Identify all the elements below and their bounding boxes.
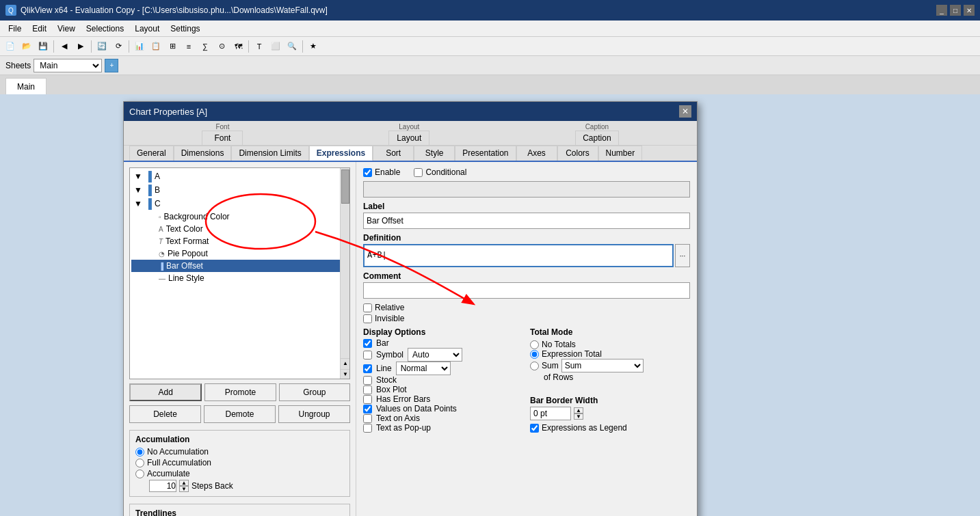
minimize-btn[interactable]: _ <box>936 5 947 16</box>
tb-save[interactable]: 💾 <box>36 39 51 54</box>
tb-pivot[interactable]: ⊞ <box>165 39 180 54</box>
toggle-c[interactable]: ▼ <box>134 199 142 208</box>
tab-expressions[interactable]: Expressions <box>309 146 373 161</box>
bbw-down-btn[interactable]: ▼ <box>574 413 583 420</box>
menu-view[interactable]: View <box>52 23 81 35</box>
expression-total-radio[interactable] <box>530 350 539 359</box>
expr-item-text-color[interactable]: A Text Color <box>131 223 348 235</box>
group-btn[interactable]: Group <box>279 383 350 401</box>
steps-back-input[interactable]: 10 <box>149 480 176 492</box>
delete-btn[interactable]: Delete <box>129 405 201 423</box>
toggle-a[interactable]: ▼ <box>134 172 142 181</box>
tab-general[interactable]: General <box>129 146 174 161</box>
tb-gauge[interactable]: ⊙ <box>214 39 229 54</box>
tb-reload[interactable]: 🔄 <box>94 39 109 54</box>
tb-open[interactable]: 📂 <box>19 39 34 54</box>
tb-stat[interactable]: ∑ <box>198 39 213 54</box>
ungroup-btn[interactable]: Ungroup <box>278 405 350 423</box>
tab-colors[interactable]: Colors <box>557 146 598 161</box>
no-accumulation-radio[interactable] <box>135 448 144 457</box>
tb-list[interactable]: ≡ <box>181 39 196 54</box>
invisible-checkbox[interactable] <box>363 314 372 323</box>
bar-border-width-input[interactable] <box>530 407 571 420</box>
menu-edit[interactable]: Edit <box>27 23 52 35</box>
no-totals-radio[interactable] <box>530 340 539 349</box>
sum-select[interactable]: Sum Avg Min Max <box>561 359 644 372</box>
sheets-add-icon[interactable]: + <box>105 59 118 72</box>
tab-presentation[interactable]: Presentation <box>455 146 516 161</box>
tab-layout[interactable]: Layout <box>388 131 429 145</box>
tb-favorite[interactable]: ★ <box>306 39 321 54</box>
expr-list-scrollbar[interactable]: ▲ ▼ <box>340 168 349 379</box>
add-btn[interactable]: Add <box>129 383 202 401</box>
definition-expand-btn[interactable]: ··· <box>675 244 690 267</box>
expression-list[interactable]: ▼ ▐ A ▼ ▐ B ▼ ▐ <box>129 167 350 379</box>
disp-has-error-bars-checkbox[interactable] <box>363 395 372 404</box>
tab-sort[interactable]: Sort <box>373 146 414 161</box>
tb-partial[interactable]: ⟳ <box>111 39 126 54</box>
bbw-up-btn[interactable]: ▲ <box>574 407 583 413</box>
disp-stock-checkbox[interactable] <box>363 376 372 385</box>
menu-layout[interactable]: Layout <box>129 23 165 35</box>
close-btn[interactable]: ✕ <box>964 5 975 16</box>
disp-box-plot-checkbox[interactable] <box>363 385 372 394</box>
menu-settings[interactable]: Settings <box>165 23 205 35</box>
expr-item-text-format[interactable]: T Text Format <box>131 235 348 247</box>
tb-back[interactable]: ◀ <box>57 39 72 54</box>
disp-symbol-select[interactable]: Auto <box>408 348 462 362</box>
comment-field[interactable] <box>363 282 690 299</box>
expr-item-c[interactable]: ▼ ▐ C <box>131 197 348 211</box>
disp-line-select[interactable]: Normal <box>396 362 451 375</box>
maximize-btn[interactable]: □ <box>950 5 961 16</box>
relative-checkbox[interactable] <box>363 303 372 312</box>
tab-number[interactable]: Number <box>598 146 643 161</box>
expr-item-a[interactable]: ▼ ▐ A <box>131 169 348 183</box>
sum-radio[interactable] <box>530 362 539 370</box>
disp-text-as-popup-checkbox[interactable] <box>363 424 372 433</box>
expr-item-background-color[interactable]: ▫ Background Color <box>131 211 348 223</box>
label-field[interactable] <box>363 213 690 229</box>
tab-main[interactable]: Main <box>5 78 47 94</box>
expr-item-b[interactable]: ▼ ▐ B <box>131 183 348 197</box>
definition-field[interactable] <box>363 244 674 267</box>
disp-values-checkbox[interactable] <box>363 405 372 413</box>
steps-up-btn[interactable]: ▲ <box>179 480 189 486</box>
expressions-as-legend-checkbox[interactable] <box>530 424 539 433</box>
tab-axes[interactable]: Axes <box>516 146 557 161</box>
enable-checkbox[interactable] <box>363 168 372 177</box>
accumulate-radio[interactable] <box>135 470 144 478</box>
tab-font[interactable]: Font <box>202 131 243 145</box>
conditional-checkbox[interactable] <box>414 168 423 177</box>
scroll-down-btn[interactable]: ▼ <box>341 369 350 379</box>
menu-selections[interactable]: Selections <box>81 23 129 35</box>
conditional-expr-field[interactable] <box>363 181 690 198</box>
sheets-dropdown[interactable]: Main <box>34 59 102 72</box>
disp-bar-checkbox[interactable] <box>363 339 372 348</box>
expr-item-bar-offset[interactable]: ▐ Bar Offset <box>131 260 348 272</box>
tb-table[interactable]: 📋 <box>148 39 163 54</box>
tb-new[interactable]: 📄 <box>3 39 18 54</box>
disp-line-checkbox[interactable] <box>363 364 372 373</box>
tb-button2[interactable]: ⬜ <box>268 39 283 54</box>
disp-symbol-checkbox[interactable] <box>363 351 372 359</box>
dialog-close-btn[interactable]: ✕ <box>679 105 691 118</box>
demote-btn[interactable]: Demote <box>204 405 276 423</box>
tb-map[interactable]: 🗺 <box>230 39 246 54</box>
tb-text[interactable]: T <box>252 39 267 54</box>
menu-file[interactable]: File <box>3 23 27 35</box>
tab-dimension-limits[interactable]: Dimension Limits <box>231 146 308 161</box>
toggle-b[interactable]: ▼ <box>134 185 142 195</box>
scroll-up-btn[interactable]: ▲ <box>341 358 350 368</box>
tb-search[interactable]: 🔍 <box>284 39 300 54</box>
expr-item-line-style[interactable]: — Line Style <box>131 272 348 284</box>
tb-forward[interactable]: ▶ <box>73 39 88 54</box>
tab-style[interactable]: Style <box>414 146 455 161</box>
tab-dimensions[interactable]: Dimensions <box>174 146 232 161</box>
tab-caption[interactable]: Caption <box>575 131 618 145</box>
promote-btn[interactable]: Promote <box>204 383 276 401</box>
tb-chart[interactable]: 📊 <box>132 39 147 54</box>
expr-item-pie-popout[interactable]: ◔ Pie Popout <box>131 247 348 260</box>
steps-down-btn[interactable]: ▼ <box>179 486 189 492</box>
disp-text-on-axis-checkbox[interactable] <box>363 414 372 423</box>
full-accumulation-radio[interactable] <box>135 459 144 467</box>
